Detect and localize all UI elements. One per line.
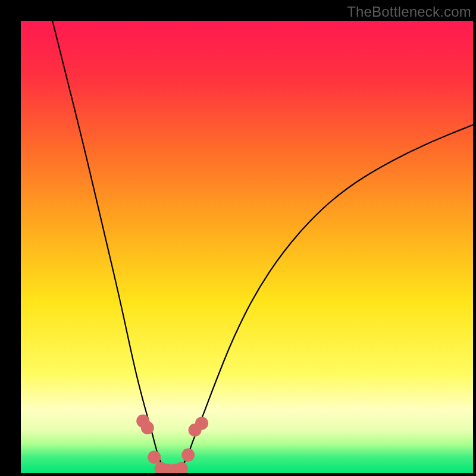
series-marker <box>175 462 188 473</box>
chart-frame: TheBottleneck.com <box>0 0 476 476</box>
series-marker <box>195 416 208 430</box>
plot-area <box>21 21 473 473</box>
series-marker <box>141 421 154 434</box>
bottleneck-curve <box>21 21 473 473</box>
watermark-text: TheBottleneck.com <box>347 4 471 20</box>
series-marker <box>181 449 195 462</box>
series-marker <box>148 450 161 464</box>
